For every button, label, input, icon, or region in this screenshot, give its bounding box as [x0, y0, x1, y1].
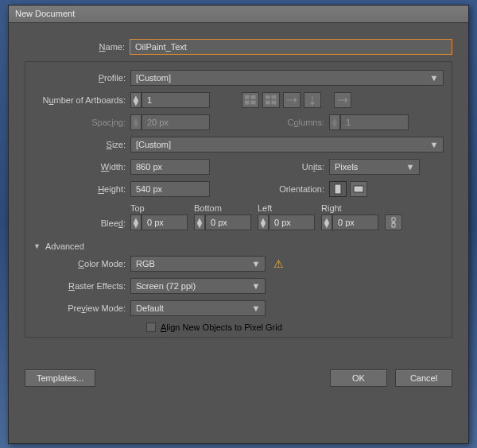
bleed-left-label: Left: [258, 203, 315, 213]
chevron-down-icon: ▼: [429, 73, 440, 83]
new-document-dialog: New Document Name: Profile: [Custom] ▼ N…: [8, 5, 469, 444]
svg-rect-1: [251, 95, 255, 98]
columns-spinner: ▲▼: [329, 114, 340, 130]
size-select[interactable]: [Custom] ▼: [130, 137, 444, 153]
bleed-left-spinner[interactable]: ▲▼: [258, 214, 269, 230]
chevron-down-icon: ▼: [250, 259, 262, 268]
spacing-label: Spacing:: [33, 118, 130, 127]
bleed-right-spinner[interactable]: ▲▼: [321, 214, 332, 230]
height-label: Height:: [33, 184, 130, 194]
arrange-rtl-icon: [334, 92, 351, 108]
chevron-down-icon: ▼: [405, 162, 416, 172]
size-label: Size:: [33, 140, 130, 149]
profile-select[interactable]: [Custom] ▼: [130, 70, 444, 86]
size-value: [Custom]: [136, 140, 171, 149]
raster-effects-value: Screen (72 ppi): [136, 281, 196, 291]
bleed-bottom-spinner[interactable]: ▲▼: [194, 214, 205, 230]
templates-button[interactable]: Templates...: [25, 369, 95, 387]
columns-label: Columns:: [210, 118, 329, 127]
svg-rect-5: [272, 95, 276, 98]
preview-mode-value: Default: [136, 303, 164, 313]
arrange-ttb-icon: [304, 92, 321, 108]
artboards-label: Number of Artboards:: [33, 95, 130, 105]
color-mode-select[interactable]: RGB ▼: [130, 256, 266, 272]
dialog-content: Name: Profile: [Custom] ▼ Number of Artb…: [9, 23, 468, 396]
name-input[interactable]: [130, 39, 452, 55]
units-value: Pixels: [335, 162, 358, 172]
height-input[interactable]: [130, 181, 210, 197]
bleed-bottom-label: Bottom: [194, 203, 251, 213]
svg-rect-2: [245, 101, 249, 104]
columns-input: [340, 114, 409, 130]
main-panel: Profile: [Custom] ▼ Number of Artboards:…: [25, 61, 452, 338]
width-label: Width:: [33, 162, 130, 172]
advanced-toggle[interactable]: ▼ Advanced: [33, 241, 444, 251]
orientation-landscape-button[interactable]: [350, 181, 367, 197]
bleed-bottom-input[interactable]: [205, 214, 251, 230]
warning-icon: ⚠: [273, 257, 284, 270]
bleed-left-input[interactable]: [269, 214, 315, 230]
units-select[interactable]: Pixels ▼: [329, 159, 420, 175]
align-grid-checkbox[interactable]: [146, 322, 156, 332]
orientation-portrait-button[interactable]: [329, 181, 347, 197]
cancel-button[interactable]: Cancel: [395, 369, 452, 387]
bleed-top-label: Top: [130, 203, 188, 213]
profile-value: [Custom]: [136, 73, 171, 83]
bleed-label: Bleed:: [33, 218, 130, 230]
align-grid-label: Align New Objects to Pixel Grid: [161, 322, 282, 332]
svg-rect-7: [272, 101, 276, 104]
name-label: Name:: [25, 42, 130, 52]
titlebar: New Document: [9, 6, 468, 23]
svg-rect-9: [354, 186, 363, 192]
artboards-input[interactable]: [142, 92, 210, 108]
ok-button[interactable]: OK: [330, 369, 387, 387]
units-label: Units:: [210, 162, 329, 172]
raster-effects-select[interactable]: Screen (72 ppi) ▼: [130, 278, 266, 294]
arrange-ltr-icon: [283, 92, 301, 108]
svg-rect-8: [335, 184, 341, 194]
bleed-top-spinner[interactable]: ▲▼: [130, 214, 142, 230]
svg-rect-3: [251, 101, 255, 104]
svg-rect-6: [266, 101, 270, 104]
spacing-input: [142, 114, 210, 130]
bleed-right-label: Right: [321, 203, 378, 213]
color-mode-value: RGB: [136, 259, 155, 268]
window-title: New Document: [15, 9, 75, 18]
link-bleed-button[interactable]: [385, 214, 402, 230]
grid-by-column-icon: [262, 92, 280, 108]
chevron-down-icon: ▼: [250, 281, 262, 291]
color-mode-label: Color Mode:: [33, 259, 130, 268]
spacing-spinner: ▲▼: [130, 114, 142, 130]
preview-mode-label: Preview Mode:: [33, 303, 130, 313]
raster-effects-label: Raster Effects:: [33, 281, 130, 291]
profile-label: Profile:: [33, 73, 130, 83]
chevron-down-icon: ▼: [429, 140, 440, 149]
bleed-right-input[interactable]: [332, 214, 378, 230]
bleed-top-input[interactable]: [142, 214, 188, 230]
width-input[interactable]: [130, 159, 210, 175]
advanced-label: Advanced: [45, 241, 84, 251]
preview-mode-select[interactable]: Default ▼: [130, 300, 266, 316]
orientation-label: Orientation:: [210, 184, 329, 194]
artboards-spinner[interactable]: ▲▼: [130, 92, 142, 108]
svg-rect-4: [266, 95, 270, 98]
svg-rect-0: [245, 95, 249, 98]
triangle-down-icon: ▼: [33, 242, 41, 250]
grid-by-row-icon: [242, 92, 259, 108]
chevron-down-icon: ▼: [250, 303, 262, 313]
